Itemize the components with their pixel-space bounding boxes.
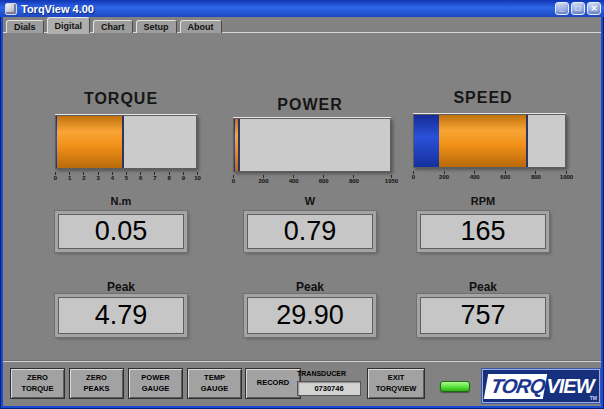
gauge-tick: 0 <box>233 175 234 178</box>
torque-value-display: 0.05 <box>58 214 184 249</box>
gauge-tick: 7 <box>154 172 155 175</box>
gauge-tick: 600 <box>505 171 506 174</box>
speed-peak-fill <box>439 115 528 167</box>
power-unit-label: W <box>215 195 405 207</box>
speed-value-text: 165 <box>460 216 505 247</box>
power-gauge-button[interactable]: POWER GAUGE <box>128 368 183 399</box>
power-bar-gauge <box>233 118 391 172</box>
speed-unit-label: RPM <box>393 195 573 207</box>
gauge-tick: 200 <box>263 175 264 178</box>
gauge-column-power: POWER 02004006008001050 W 0.79 Peak 29.9… <box>215 87 405 339</box>
gauge-tick: 800 <box>535 171 536 174</box>
torque-unit-label: N.m <box>31 195 211 207</box>
gauge-tick: 0 <box>55 172 56 175</box>
maximize-button[interactable]: □ <box>571 2 585 15</box>
speed-value-display: 165 <box>420 214 546 249</box>
tab-chart[interactable]: Chart <box>93 20 133 33</box>
speed-peak-display: 757 <box>420 297 546 334</box>
gauge-tick: 400 <box>293 175 294 178</box>
gauge-tick: 8 <box>169 172 170 175</box>
gauge-tick: 400 <box>474 171 475 174</box>
logo-view-text: VIEW <box>546 375 593 398</box>
record-button[interactable]: RECORD <box>245 368 301 399</box>
power-value-text: 0.79 <box>284 216 337 247</box>
gauge-tick: 1050 <box>391 175 392 178</box>
status-led-indicator <box>440 381 470 392</box>
speed-bar-gauge <box>413 114 566 168</box>
speed-peak-text: 757 <box>460 300 505 331</box>
window-title: TorqView 4.00 <box>21 3 553 15</box>
zero-torque-button[interactable]: ZERO TORQUE <box>10 368 65 399</box>
gauge-tick: 1 <box>69 172 70 175</box>
tab-about[interactable]: About <box>180 20 222 33</box>
gauge-tick: 6 <box>140 172 141 175</box>
power-value-display: 0.79 <box>247 214 373 249</box>
torque-peak-text: 4.79 <box>95 300 148 331</box>
zero-peaks-button[interactable]: ZERO PEAKS <box>69 368 124 399</box>
tab-digital[interactable]: Digital <box>47 17 91 33</box>
torque-title: TORQUE <box>31 90 211 108</box>
gauge-column-torque: TORQUE 012345678910 N.m 0.05 Peak 4.79 <box>31 87 211 339</box>
torque-bar-gauge <box>55 115 197 169</box>
torque-gauge-ticks: 012345678910 <box>55 172 197 184</box>
power-peak-label: Peak <box>215 280 405 294</box>
gauge-tick: 0 <box>413 171 414 174</box>
power-peak-text: 29.90 <box>276 300 344 331</box>
app-window: TorqView 4.00 _ □ ✕ Dials Digital Chart … <box>0 0 604 409</box>
title-bar: TorqView 4.00 _ □ ✕ <box>0 0 604 17</box>
gauge-tick: 5 <box>126 172 127 175</box>
minimize-button[interactable]: _ <box>555 2 569 15</box>
transducer-value-field: 0730746 <box>297 381 361 396</box>
exit-torqview-button[interactable]: EXIT TORQVIEW <box>367 368 425 399</box>
tab-dials[interactable]: Dials <box>6 20 44 33</box>
torqview-logo: TORQ VIEW TM <box>482 369 600 403</box>
app-icon <box>5 3 17 15</box>
power-gauge-ticks: 02004006008001050 <box>233 175 391 187</box>
toolbar-separator <box>3 360 601 362</box>
gauge-tick: 1000 <box>566 171 567 174</box>
gauge-tick: 2 <box>83 172 84 175</box>
gauge-column-speed: SPEED 02004006008001000 RPM 165 Peak 757 <box>393 87 573 339</box>
torque-value-text: 0.05 <box>95 216 148 247</box>
torque-peak-fill <box>57 116 123 168</box>
close-button[interactable]: ✕ <box>587 2 601 15</box>
transducer-label: TRANSDUCER <box>297 370 361 377</box>
gauge-tick: 4 <box>112 172 113 175</box>
speed-peak-label: Peak <box>393 280 573 294</box>
gauge-tick: 10 <box>197 172 198 175</box>
main-panel: Dials Digital Chart Setup About TORQUE 0… <box>3 17 601 406</box>
gauge-tick: 9 <box>183 172 184 175</box>
gauge-tick: 200 <box>444 171 445 174</box>
power-title: POWER <box>215 96 405 114</box>
logo-torq-text: TORQ <box>484 374 548 399</box>
torque-peak-label: Peak <box>31 280 211 294</box>
gauge-tick: 3 <box>98 172 99 175</box>
gauge-tick: 800 <box>353 175 354 178</box>
power-peak-fill <box>235 119 239 171</box>
tab-setup[interactable]: Setup <box>136 20 177 33</box>
tab-bar: Dials Digital Chart Setup About <box>6 17 225 33</box>
torque-peak-display: 4.79 <box>58 297 184 334</box>
speed-title: SPEED <box>393 89 573 107</box>
power-peak-display: 29.90 <box>247 297 373 334</box>
gauge-tick: 600 <box>323 175 324 178</box>
speed-gauge-ticks: 02004006008001000 <box>413 171 566 183</box>
logo-tm-mark: TM <box>590 395 597 401</box>
temp-gauge-button[interactable]: TEMP GAUGE <box>187 368 242 399</box>
speed-current-fill <box>414 115 439 167</box>
